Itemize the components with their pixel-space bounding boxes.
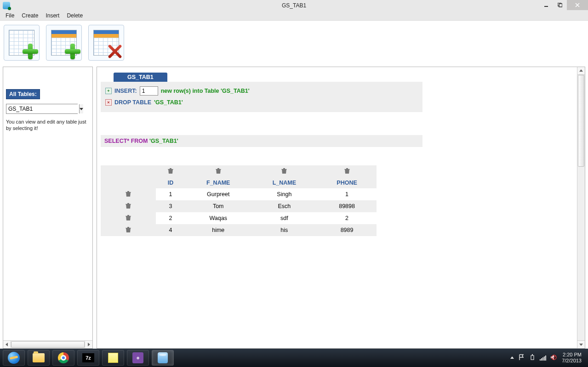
table-cell[interactable]: Singh: [251, 188, 318, 200]
sevenz-icon: 7z: [82, 353, 94, 362]
taskbar-explorer[interactable]: [28, 350, 50, 366]
scrollbar-thumb[interactable]: [11, 341, 85, 348]
drop-action: × DROP TABLE 'GS_TAB1': [105, 97, 418, 107]
maximize-button[interactable]: [553, 0, 567, 10]
insert-count-input[interactable]: [140, 86, 158, 96]
select-keyword: SELECT* FROM: [104, 138, 148, 144]
sidebar-header: All Tables:: [6, 89, 40, 99]
delete-row-cell: [101, 188, 156, 200]
table-cell[interactable]: 2: [156, 212, 185, 224]
minimize-button[interactable]: [539, 0, 553, 10]
column-header[interactable]: L_NAME: [251, 177, 318, 188]
menu-insert[interactable]: Insert: [42, 11, 63, 20]
table-cell[interactable]: 89898: [317, 200, 377, 212]
table-cell[interactable]: 2: [317, 212, 377, 224]
table-cell[interactable]: his: [251, 224, 318, 236]
svg-marker-8: [579, 69, 583, 72]
insert-icon: +: [105, 88, 112, 94]
title-bar: GS_TAB1: [0, 0, 588, 11]
delete-column-icon[interactable]: [344, 167, 350, 175]
delete-row-cell: [101, 224, 156, 236]
taskbar-7zip[interactable]: 7z: [77, 350, 99, 366]
sidebar: All Tables: You can view and edit any ta…: [3, 67, 93, 349]
delete-column-icon[interactable]: [215, 167, 222, 175]
select-query: SELECT* FROM 'GS_TAB1': [101, 135, 422, 147]
taskbar-javaee[interactable]: ⚙: [127, 350, 149, 366]
scroll-up-icon[interactable]: [577, 67, 585, 75]
taskbar-sticky[interactable]: [102, 350, 124, 366]
insert-action: + INSERT: new row(s) into Table 'GS_TAB1…: [105, 85, 418, 97]
table-select-input[interactable]: [6, 104, 79, 113]
content-scrollbar[interactable]: [577, 67, 585, 348]
drop-icon: ×: [105, 99, 112, 106]
taskbar-ie[interactable]: [3, 350, 25, 366]
delete-row-icon[interactable]: [125, 226, 131, 233]
table-cell[interactable]: hime: [185, 224, 251, 236]
delete-column-icon[interactable]: [167, 167, 174, 175]
table-row: 1GurpreetSingh1: [101, 188, 377, 200]
scroll-left-icon[interactable]: [3, 341, 11, 348]
menu-delete[interactable]: Delete: [63, 11, 86, 20]
toolbar: [0, 21, 588, 65]
table-cell[interactable]: 8989: [317, 224, 377, 236]
scrollbar-thumb[interactable]: [578, 75, 584, 167]
column-header[interactable]: F_NAME: [185, 177, 251, 188]
column-header[interactable]: PHONE: [317, 177, 377, 188]
svg-marker-9: [579, 344, 583, 346]
column-header[interactable]: ID: [156, 177, 185, 188]
chevron-down-icon[interactable]: [79, 104, 83, 113]
table-cell[interactable]: sdf: [251, 212, 318, 224]
table-cell[interactable]: Tom: [185, 200, 251, 212]
action-block: + INSERT: new row(s) into Table 'GS_TAB1…: [101, 82, 422, 112]
svg-rect-0: [544, 6, 548, 7]
sidebar-hint: You can view and edit any table just by …: [6, 119, 90, 132]
close-button[interactable]: [567, 0, 588, 10]
taskbar-chrome[interactable]: [52, 350, 74, 366]
select-table: 'GS_TAB1': [149, 138, 178, 144]
volume-icon[interactable]: [551, 355, 557, 361]
flag-icon[interactable]: [519, 354, 525, 361]
plus-icon: [65, 44, 80, 59]
drop-table-button[interactable]: DROP TABLE: [114, 99, 151, 106]
delete-row-icon[interactable]: [125, 190, 131, 198]
svg-rect-12: [532, 354, 533, 356]
insert-row-button[interactable]: [46, 25, 82, 61]
tray-expand-icon[interactable]: [510, 355, 514, 361]
table-header-row: ID F_NAME L_NAME PHONE: [101, 177, 377, 188]
svg-rect-11: [531, 356, 534, 360]
delete-table-button[interactable]: [88, 25, 124, 61]
insert-label: INSERT:: [114, 88, 137, 94]
sidebar-scrollbar[interactable]: [3, 340, 92, 348]
table-cell[interactable]: Waqas: [185, 212, 251, 224]
table-cell[interactable]: 4: [156, 224, 185, 236]
scroll-right-icon[interactable]: [85, 341, 92, 348]
folder-icon: [33, 353, 45, 362]
active-tab[interactable]: GS_TAB1: [114, 73, 167, 82]
insert-suffix: new row(s) into Table 'GS_TAB1': [161, 88, 250, 94]
signal-icon[interactable]: [540, 355, 546, 361]
create-table-button[interactable]: [4, 25, 40, 61]
window-title: GS_TAB1: [282, 2, 306, 9]
drop-table-name: 'GS_TAB1': [154, 99, 183, 106]
table-select[interactable]: [6, 104, 78, 114]
taskbar-app[interactable]: [152, 350, 174, 366]
menu-file[interactable]: File: [2, 11, 18, 20]
power-icon[interactable]: [530, 354, 535, 361]
scroll-down-icon[interactable]: [577, 340, 585, 348]
table-cell[interactable]: 1: [317, 188, 377, 200]
ie-icon: [8, 352, 20, 364]
sticky-icon: [108, 353, 118, 363]
delete-row-icon[interactable]: [125, 214, 131, 221]
window-controls: [539, 0, 588, 10]
delete-column-icon[interactable]: [281, 167, 287, 175]
table-cell[interactable]: 3: [156, 200, 185, 212]
delete-row-cell: [101, 212, 156, 224]
clock[interactable]: 2:20 PM 7/2/2013: [562, 352, 582, 363]
delete-row-icon[interactable]: [125, 202, 131, 209]
menu-create[interactable]: Create: [18, 11, 42, 20]
table-row: 4himehis8989: [101, 224, 377, 236]
table-cell[interactable]: 1: [156, 188, 185, 200]
app-icon: [3, 2, 10, 9]
table-cell[interactable]: Esch: [251, 200, 318, 212]
table-cell[interactable]: Gurpreet: [185, 188, 251, 200]
